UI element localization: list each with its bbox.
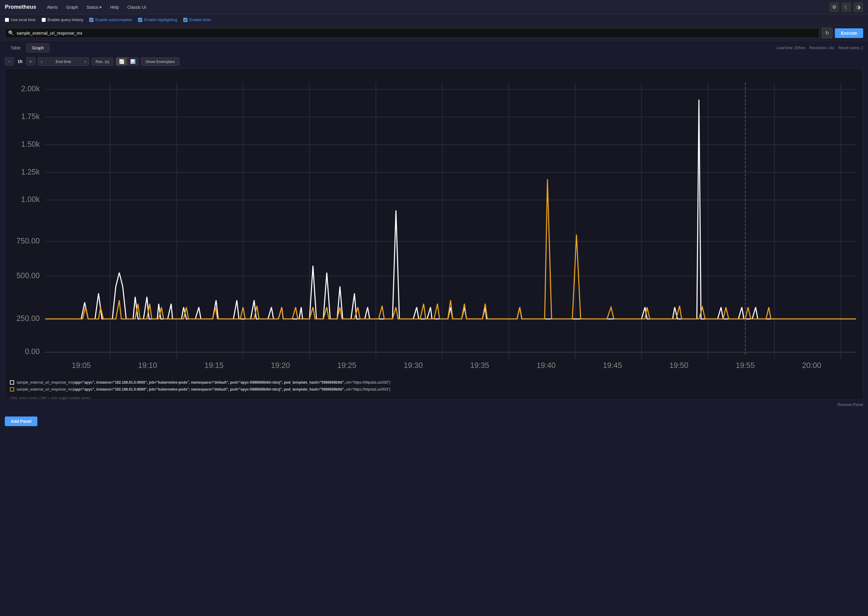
enable-autocomplete-checkbox[interactable] bbox=[89, 18, 93, 22]
navbar-brand: Prometheus bbox=[5, 4, 36, 10]
nav-status[interactable]: Status ▾ bbox=[83, 3, 105, 11]
add-panel-bar: Add Panel bbox=[0, 414, 868, 429]
enable-highlighting-checkbox[interactable] bbox=[138, 18, 142, 22]
moon-icon: ☾ bbox=[844, 4, 848, 10]
chart-svg: 2.00k 1.75k 1.50k 1.25k 1.00k 750.00 500… bbox=[5, 72, 863, 376]
chevron-down-icon: ▾ bbox=[99, 5, 102, 9]
enable-query-history-label[interactable]: Enable query history bbox=[42, 17, 83, 22]
main-content: Table Graph Load time: 205ms Resolution:… bbox=[0, 41, 868, 414]
use-local-time-label[interactable]: Use local time bbox=[5, 17, 36, 22]
svg-text:19:15: 19:15 bbox=[204, 361, 223, 369]
search-bar: 🔍 ↻ Execute bbox=[0, 25, 868, 41]
legend-text-1: sample_external_url_response_ms{app="apy… bbox=[17, 380, 390, 385]
svg-text:19:25: 19:25 bbox=[337, 361, 356, 369]
legend-item-1[interactable]: sample_external_url_response_ms{app="apy… bbox=[10, 380, 858, 385]
enable-query-history-checkbox[interactable] bbox=[42, 18, 46, 22]
svg-text:1.50k: 1.50k bbox=[21, 140, 40, 148]
graph-controls: − 1h + ‹ End time › Res. (s) 📈 📊 Show Ex… bbox=[5, 55, 863, 68]
svg-text:19:30: 19:30 bbox=[404, 361, 423, 369]
svg-text:1.00k: 1.00k bbox=[21, 195, 40, 203]
search-input[interactable] bbox=[17, 31, 816, 36]
moon-icon-button[interactable]: ☾ bbox=[841, 2, 851, 12]
search-icon: 🔍 bbox=[8, 30, 14, 36]
refresh-button[interactable]: ↻ bbox=[822, 28, 832, 38]
svg-text:2.00k: 2.00k bbox=[21, 84, 40, 93]
nav-links: Alerts Graph Status ▾ Help Classic UI bbox=[43, 3, 829, 11]
nav-help[interactable]: Help bbox=[106, 3, 123, 11]
nav-graph[interactable]: Graph bbox=[63, 3, 82, 11]
end-time-label: End time bbox=[45, 58, 81, 65]
legend-hint: Click: select series, CMD + click: toggl… bbox=[5, 396, 863, 400]
svg-text:1.75k: 1.75k bbox=[21, 112, 40, 121]
legend-color-1 bbox=[10, 380, 14, 385]
show-exemplars-button[interactable]: Show Exemplars bbox=[141, 58, 179, 66]
svg-text:250.00: 250.00 bbox=[17, 314, 40, 322]
time-prev-button[interactable]: ‹ bbox=[38, 58, 46, 65]
decrease-duration-button[interactable]: − bbox=[5, 57, 14, 66]
options-bar: Use local time Enable query history Enab… bbox=[0, 14, 868, 25]
contrast-icon-button[interactable]: ◑ bbox=[854, 2, 863, 12]
svg-text:19:05: 19:05 bbox=[72, 361, 91, 369]
nav-classic-ui[interactable]: Classic UI bbox=[124, 3, 150, 11]
search-input-wrap: 🔍 bbox=[5, 28, 819, 38]
use-local-time-checkbox[interactable] bbox=[5, 18, 9, 22]
svg-text:19:20: 19:20 bbox=[271, 361, 290, 369]
remove-panel-button[interactable]: Remove Panel bbox=[838, 402, 863, 407]
chart-bar-icon: 📊 bbox=[130, 59, 135, 64]
navbar: Prometheus Alerts Graph Status ▾ Help Cl… bbox=[0, 0, 868, 14]
load-info: Load time: 205ms Resolution: 14s Result … bbox=[777, 46, 863, 50]
svg-text:750.00: 750.00 bbox=[17, 237, 40, 245]
svg-text:19:10: 19:10 bbox=[138, 361, 157, 369]
navbar-icons: ⚙ ☾ ◑ bbox=[829, 2, 863, 12]
bottom-bar: Remove Panel bbox=[5, 400, 863, 409]
enable-highlighting-label[interactable]: Enable highlighting bbox=[138, 17, 177, 22]
duration-label: 1h bbox=[16, 59, 24, 64]
chart-line-button[interactable]: 📈 bbox=[116, 58, 127, 65]
increase-duration-button[interactable]: + bbox=[26, 57, 35, 66]
svg-text:19:55: 19:55 bbox=[736, 361, 755, 369]
gear-icon-button[interactable]: ⚙ bbox=[829, 2, 839, 12]
enable-linter-checkbox[interactable] bbox=[183, 18, 187, 22]
svg-text:500.00: 500.00 bbox=[17, 271, 40, 280]
resolution-button[interactable]: Res. (s) bbox=[92, 58, 113, 66]
add-panel-button[interactable]: Add Panel bbox=[5, 416, 38, 426]
legend-color-2 bbox=[10, 387, 14, 391]
chart-type-group: 📈 📊 bbox=[116, 57, 138, 66]
tabs: Table Graph bbox=[5, 43, 49, 52]
svg-text:19:50: 19:50 bbox=[669, 361, 689, 369]
legend: sample_external_url_response_ms{app="apy… bbox=[5, 376, 863, 395]
svg-text:0.00: 0.00 bbox=[25, 347, 40, 356]
svg-text:19:45: 19:45 bbox=[603, 361, 622, 369]
tabs-row: Table Graph Load time: 205ms Resolution:… bbox=[5, 41, 863, 55]
nav-alerts[interactable]: Alerts bbox=[43, 3, 61, 11]
gear-icon: ⚙ bbox=[832, 4, 837, 10]
svg-text:1.25k: 1.25k bbox=[21, 168, 40, 176]
chart-bar-button[interactable]: 📊 bbox=[127, 58, 138, 65]
svg-text:19:40: 19:40 bbox=[536, 361, 555, 369]
tab-table[interactable]: Table bbox=[5, 43, 26, 52]
chart-area: 2.00k 1.75k 1.50k 1.25k 1.00k 750.00 500… bbox=[5, 68, 863, 400]
enable-autocomplete-label[interactable]: Enable autocomplete bbox=[89, 17, 132, 22]
time-next-button[interactable]: › bbox=[81, 58, 89, 65]
legend-text-2: sample_external_url_response_ms{app="apy… bbox=[17, 387, 390, 392]
tab-graph[interactable]: Graph bbox=[26, 43, 49, 52]
chart-line-icon: 📈 bbox=[119, 59, 124, 64]
svg-rect-0 bbox=[5, 72, 863, 376]
enable-linter-label[interactable]: Enable linter bbox=[183, 17, 211, 22]
svg-text:20:00: 20:00 bbox=[802, 361, 821, 369]
legend-item-2[interactable]: sample_external_url_response_ms{app="apy… bbox=[10, 387, 858, 392]
contrast-icon: ◑ bbox=[856, 4, 860, 10]
execute-button[interactable]: Execute bbox=[835, 28, 863, 38]
svg-text:19:35: 19:35 bbox=[470, 361, 489, 369]
time-range-control: ‹ End time › bbox=[38, 57, 89, 66]
